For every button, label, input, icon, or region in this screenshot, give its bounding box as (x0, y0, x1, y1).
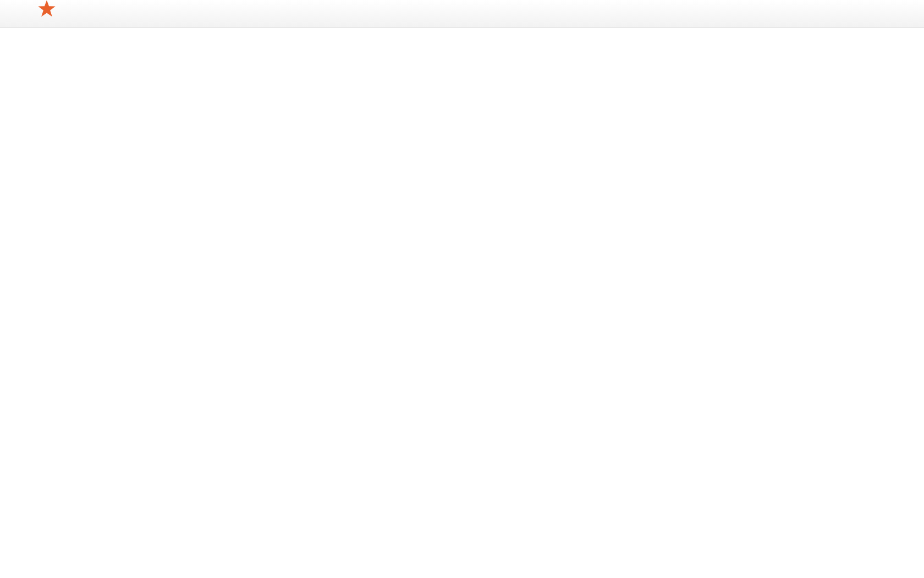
spark-ui-page (0, 0, 924, 578)
navbar (0, 0, 924, 28)
spark-star-icon (37, 0, 56, 18)
spark-logo[interactable] (7, 1, 75, 26)
